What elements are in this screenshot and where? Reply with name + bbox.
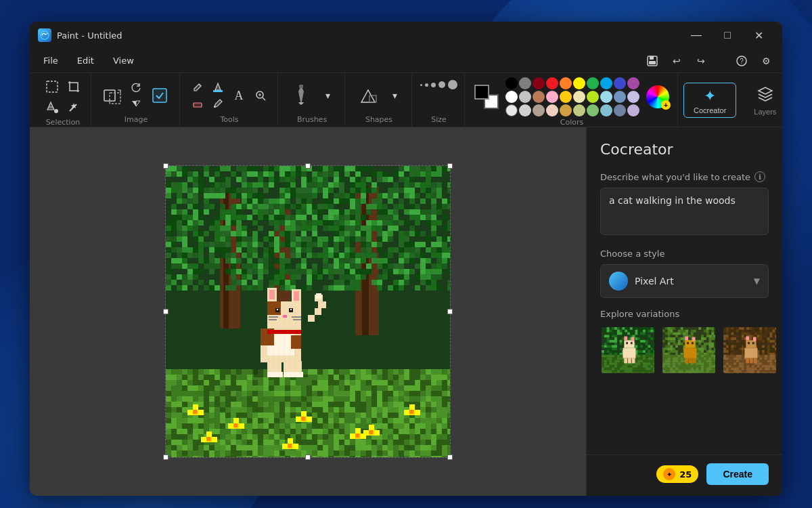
svg-rect-11 [194, 103, 202, 107]
variation-2[interactable] [661, 326, 717, 375]
handle-bottom-mid[interactable] [305, 454, 311, 460]
color-swatch[interactable] [546, 91, 558, 103]
color-swatch[interactable] [627, 91, 639, 103]
selection-magic-button[interactable] [64, 98, 84, 117]
color-swatch[interactable] [627, 77, 639, 89]
zoom-button[interactable] [250, 86, 271, 105]
style-dropdown[interactable]: Pixel Art ▼ [600, 264, 769, 298]
color-swatch[interactable] [573, 77, 585, 89]
size-3[interactable] [431, 83, 436, 87]
canvas-area [30, 127, 586, 496]
foreground-color[interactable] [474, 85, 489, 100]
color-swatch[interactable] [560, 77, 572, 89]
layers-ribbon-button[interactable]: Layers [744, 82, 782, 119]
variation-3[interactable] [722, 326, 777, 375]
variation-1-canvas [602, 327, 654, 373]
image-rotate-button[interactable] [127, 80, 145, 95]
style-icon [609, 272, 628, 291]
maximize-button[interactable]: □ [712, 24, 743, 46]
shapes-dropdown-button[interactable]: ▾ [384, 86, 405, 105]
close-button[interactable]: ✕ [743, 24, 774, 46]
color-swatch[interactable] [560, 104, 572, 117]
color-swatch[interactable] [560, 91, 572, 103]
handle-mid-left[interactable] [163, 309, 168, 314]
color-swatch[interactable] [519, 104, 531, 117]
handle-top-mid[interactable] [305, 163, 311, 169]
text-button[interactable]: A [229, 86, 249, 105]
save-button[interactable] [641, 51, 663, 70]
color-swatch[interactable] [600, 91, 612, 103]
menu-view[interactable]: View [105, 53, 142, 68]
create-button[interactable]: Create [706, 463, 769, 485]
handle-bottom-right[interactable] [447, 454, 453, 460]
color-swatch[interactable] [505, 91, 518, 103]
svg-text:?: ? [740, 58, 744, 65]
variations-grid [600, 326, 769, 375]
selection-fill-button[interactable] [42, 98, 62, 117]
eraser-button[interactable] [188, 96, 207, 111]
handle-mid-right[interactable] [447, 309, 453, 314]
main-canvas[interactable] [166, 166, 450, 457]
prompt-input[interactable]: a cat walking in the woods [600, 188, 769, 235]
color-swatch[interactable] [573, 104, 585, 117]
prompt-info-icon[interactable]: ℹ [754, 171, 765, 182]
brush-main-button[interactable] [286, 79, 316, 112]
variation-1[interactable] [600, 326, 656, 375]
size-5[interactable] [448, 80, 457, 89]
svg-point-7 [54, 109, 58, 113]
size-4[interactable] [438, 81, 445, 88]
menu-file[interactable]: File [35, 53, 66, 68]
edit-colors-button[interactable]: + [646, 85, 669, 108]
color-swatch[interactable] [505, 77, 518, 89]
ribbon-group-size: Size [413, 73, 465, 127]
size-2[interactable] [425, 83, 428, 87]
color-swatch[interactable] [587, 104, 599, 117]
color-swatch[interactable] [587, 77, 599, 89]
undo-button[interactable]: ↩ [666, 51, 687, 70]
shapes-main-button[interactable] [353, 79, 383, 112]
color-swatch[interactable] [587, 91, 599, 103]
variations-section: Explore variations [587, 309, 782, 385]
handle-top-left[interactable] [163, 163, 168, 169]
ribbon-group-image: Image [93, 73, 180, 127]
color-swatch[interactable] [600, 104, 612, 117]
color-swatch[interactable] [533, 77, 545, 89]
image-resize-button[interactable] [99, 79, 125, 112]
svg-rect-10 [153, 89, 166, 102]
color-swatch[interactable] [519, 77, 531, 89]
help-button[interactable]: ? [731, 51, 752, 70]
color-swatch[interactable] [533, 104, 545, 117]
fill-button[interactable] [208, 80, 227, 95]
handle-bottom-left[interactable] [163, 454, 168, 460]
selection-rect-button[interactable] [42, 77, 62, 96]
color-swatch[interactable] [546, 104, 558, 117]
color-swatch[interactable] [505, 104, 518, 117]
color-swatch[interactable] [600, 77, 612, 89]
brush-dropdown-button[interactable]: ▾ [317, 86, 338, 105]
size-1[interactable] [420, 84, 422, 86]
color-swatch[interactable] [614, 91, 626, 103]
color-swatch[interactable] [533, 91, 545, 103]
svg-rect-12 [213, 90, 223, 92]
cocreator-ribbon-button[interactable]: ✦ Cocreator [683, 83, 736, 118]
color-swatch[interactable] [627, 104, 639, 117]
size-group-label: Size [431, 115, 447, 124]
image-flip-button[interactable] [127, 96, 145, 111]
image-layers-button[interactable] [147, 79, 173, 112]
layers-icon [757, 86, 773, 106]
redo-button[interactable]: ↪ [690, 51, 712, 70]
eyedropper-button[interactable] [208, 96, 227, 111]
selection-crop-button[interactable] [64, 77, 84, 96]
menu-edit[interactable]: Edit [69, 53, 102, 68]
color-swatch[interactable] [573, 91, 585, 103]
color-swatch[interactable] [614, 104, 626, 117]
tools-group-label: Tools [220, 115, 238, 124]
minimize-button[interactable]: — [681, 24, 712, 46]
color-swatch[interactable] [614, 77, 626, 89]
handle-top-right[interactable] [447, 163, 453, 169]
pencil-button[interactable] [188, 80, 207, 95]
color-swatch[interactable] [519, 91, 531, 103]
panel-title: Cocreator [600, 141, 769, 158]
color-swatch[interactable] [546, 77, 558, 89]
settings-button[interactable]: ⚙ [755, 51, 777, 70]
